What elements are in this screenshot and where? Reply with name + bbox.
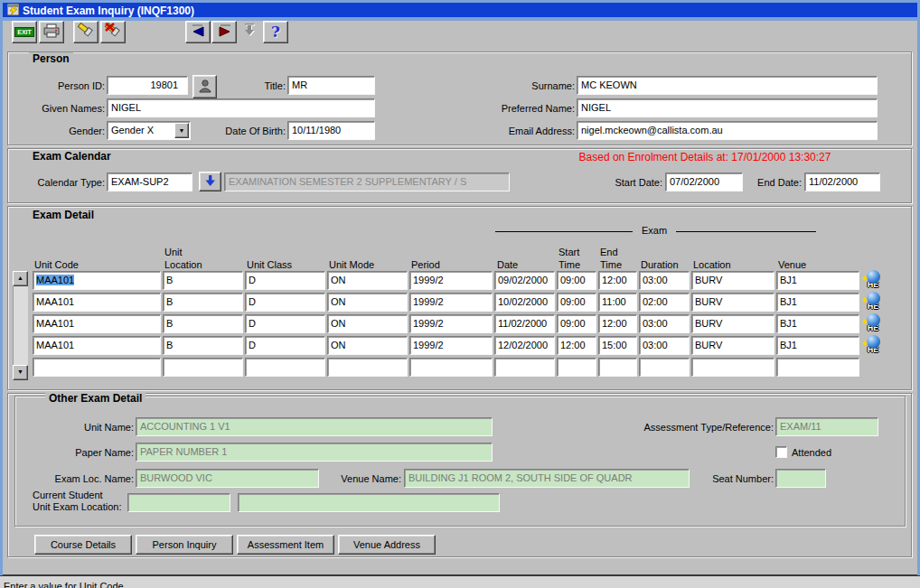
cell-start-time[interactable]: 09:00 <box>557 271 596 290</box>
cell-unit-location[interactable] <box>163 358 243 377</box>
cell-venue[interactable]: BJ1 <box>776 271 859 290</box>
cancel-query-button[interactable] <box>100 21 126 43</box>
course-details-button[interactable]: Course Details <box>34 535 132 555</box>
cell-unit-class[interactable]: D <box>245 314 325 333</box>
cell-unit-class[interactable]: D <box>245 336 325 355</box>
cell-location[interactable]: BURV <box>691 314 774 333</box>
scrollbar-down-button[interactable]: ▼ <box>13 365 28 380</box>
chevron-down-icon[interactable]: ▼ <box>174 123 189 138</box>
cell-unit-location[interactable]: B <box>163 336 243 355</box>
person-lookup-button[interactable] <box>192 75 217 98</box>
cell-unit-class[interactable]: D <box>245 293 325 312</box>
current-location-code-field <box>127 493 230 512</box>
attended-label: Attended <box>792 447 831 458</box>
cell-end-time[interactable]: 12:00 <box>598 314 637 333</box>
he-ball-icon <box>867 335 880 349</box>
venue-name-field: BUILDING J1 ROOM 2, SOUTH SIDE OF QUADR <box>404 469 690 488</box>
cell-location[interactable]: BURV <box>691 271 774 290</box>
gender-select[interactable]: Gender X ▼ <box>107 121 191 140</box>
cell-unit-location[interactable]: B <box>163 293 243 312</box>
email-label: Email Address: <box>466 126 575 136</box>
cell-unit-code[interactable]: MAA101 <box>33 271 161 290</box>
cell-duration[interactable] <box>639 358 690 377</box>
dob-label: Date Of Birth: <box>195 126 286 136</box>
calendar-type-field[interactable]: EXAM-SUP2 <box>107 173 192 191</box>
col-header-unit-mode: Unit Mode <box>329 259 374 270</box>
cell-start-time[interactable] <box>557 358 596 377</box>
cell-unit-location[interactable]: B <box>163 271 243 290</box>
exit-button[interactable]: EXIT <box>12 21 37 43</box>
dob-field[interactable]: 10/11/1980 <box>287 121 375 140</box>
end-date-field[interactable]: 11/02/2000 <box>804 173 880 191</box>
email-field[interactable]: nigel.mckeown@callista.com.au <box>577 121 878 140</box>
cell-unit-code[interactable] <box>33 358 161 377</box>
he-ball-icon <box>867 270 880 284</box>
cell-location[interactable] <box>691 358 774 377</box>
col-header-unit-code: Unit Code <box>34 259 79 270</box>
he-icon[interactable]: HE <box>861 313 885 337</box>
assessment-item-button[interactable]: Assessment Item <box>237 535 334 555</box>
cell-date[interactable] <box>494 358 555 377</box>
cell-location[interactable]: BURV <box>691 293 774 312</box>
cell-period[interactable]: 1999/2 <box>409 314 493 333</box>
cell-unit-mode[interactable]: ON <box>327 336 408 355</box>
person-id-field[interactable]: 19801 <box>107 76 188 95</box>
scrollbar-up-button[interactable]: ▲ <box>13 271 28 286</box>
cell-venue[interactable]: BJ1 <box>776 314 859 333</box>
previous-block-button[interactable] <box>185 21 211 43</box>
enter-query-button[interactable] <box>73 21 99 43</box>
unit-name-field: ACCOUNTING 1 V1 <box>136 417 493 436</box>
cell-venue[interactable]: BJ1 <box>776 293 859 312</box>
venue-address-button[interactable]: Venue Address <box>338 535 436 555</box>
he-icon[interactable]: HE <box>861 335 885 359</box>
cell-unit-mode[interactable]: ON <box>327 314 408 333</box>
cell-unit-code[interactable]: MAA101 <box>33 314 161 333</box>
cell-unit-code[interactable]: MAA101 <box>33 293 161 312</box>
he-icon[interactable]: HE <box>861 292 885 315</box>
cell-unit-mode[interactable]: ON <box>327 271 408 290</box>
cell-end-time[interactable]: 11:00 <box>598 293 637 312</box>
cell-unit-mode[interactable] <box>327 358 408 377</box>
cell-period[interactable]: 1999/2 <box>409 336 493 355</box>
cell-period[interactable]: 1999/2 <box>409 271 493 290</box>
cell-venue[interactable]: BJ1 <box>776 336 859 355</box>
cell-period[interactable] <box>409 358 493 377</box>
next-block-button[interactable] <box>211 21 237 43</box>
cell-end-time[interactable] <box>598 358 637 377</box>
cell-start-time[interactable]: 12:00 <box>557 336 596 355</box>
cell-period[interactable]: 1999/2 <box>409 293 493 312</box>
cell-end-time[interactable]: 15:00 <box>598 336 637 355</box>
help-button[interactable]: ? <box>263 21 288 43</box>
surname-field[interactable]: MC KEOWN <box>577 76 878 95</box>
cell-duration[interactable]: 03:00 <box>639 271 690 290</box>
cell-duration[interactable]: 03:00 <box>639 314 690 333</box>
cell-date[interactable]: 11/02/2000 <box>494 314 555 333</box>
cell-duration[interactable]: 03:00 <box>639 336 690 355</box>
paper-name-label: Paper Name: <box>54 447 134 458</box>
preferred-name-field[interactable]: NIGEL <box>577 98 878 117</box>
he-icon[interactable]: HE <box>861 270 885 294</box>
scrollbar-track[interactable] <box>13 286 28 365</box>
calendar-lov-button[interactable] <box>199 172 221 191</box>
cell-date[interactable]: 10/02/2000 <box>494 293 555 312</box>
cell-unit-mode[interactable]: ON <box>327 293 408 312</box>
cell-unit-class[interactable] <box>245 358 325 377</box>
cell-location[interactable]: BURV <box>691 336 774 355</box>
cell-end-time[interactable]: 12:00 <box>598 271 637 290</box>
cell-unit-location[interactable]: B <box>163 314 243 333</box>
previous-block-icon <box>191 23 206 41</box>
title-field[interactable]: MR <box>287 76 375 95</box>
person-inquiry-button[interactable]: Person Inquiry <box>136 535 233 555</box>
attended-checkbox[interactable] <box>775 446 787 458</box>
cell-start-time[interactable]: 09:00 <box>557 314 596 333</box>
cell-unit-class[interactable]: D <box>245 271 325 290</box>
given-names-field[interactable]: NIGEL <box>107 98 375 117</box>
cell-venue[interactable] <box>776 358 859 377</box>
cell-start-time[interactable]: 09:00 <box>557 293 596 312</box>
cell-date[interactable]: 12/02/2000 <box>494 336 555 355</box>
cell-unit-code[interactable]: MAA101 <box>33 336 161 355</box>
print-button[interactable] <box>39 21 64 43</box>
cell-duration[interactable]: 02:00 <box>639 293 690 312</box>
titlebar[interactable]: Student Exam Inquiry (INQF1300) <box>3 3 917 17</box>
cell-date[interactable]: 09/02/2000 <box>494 271 555 290</box>
